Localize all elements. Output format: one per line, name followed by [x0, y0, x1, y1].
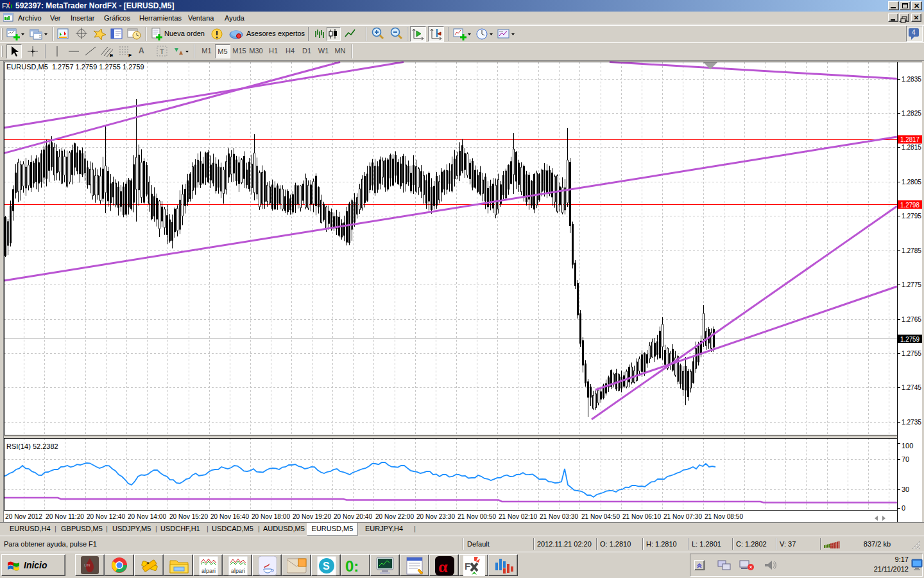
svg-text:20 Nov 12:40: 20 Nov 12:40: [87, 512, 125, 520]
svg-text:1.2795: 1.2795: [902, 212, 921, 220]
svg-text:×: ×: [146, 560, 150, 566]
svg-text:1.2805: 1.2805: [902, 178, 921, 186]
svg-text:1.2798: 1.2798: [900, 201, 920, 209]
svg-text:1.2785: 1.2785: [902, 247, 921, 254]
svg-text:20 Nov 11:20: 20 Nov 11:20: [46, 512, 84, 520]
svg-text:21 Nov 03:30: 21 Nov 03:30: [540, 512, 578, 520]
svg-text:20 Nov 18:00: 20 Nov 18:00: [252, 512, 290, 520]
svg-text:20 Nov 2012: 20 Nov 2012: [5, 512, 42, 520]
svg-text:S: S: [323, 561, 330, 572]
svg-text:21 Nov 00:50: 21 Nov 00:50: [458, 512, 496, 520]
svg-text:100: 100: [902, 442, 913, 450]
svg-text:21 Nov 07:30: 21 Nov 07:30: [663, 512, 702, 520]
svg-text:20 Nov 14:00: 20 Nov 14:00: [128, 512, 166, 520]
svg-text:1.2815: 1.2815: [902, 143, 921, 151]
svg-text:21 Nov 02:10: 21 Nov 02:10: [499, 512, 537, 520]
svg-text:F: F: [465, 561, 470, 572]
svg-text:1.2735: 1.2735: [902, 418, 921, 426]
svg-text:1.2745: 1.2745: [902, 383, 921, 391]
svg-text:20 Nov 15:20: 20 Nov 15:20: [169, 512, 208, 520]
svg-text:α: α: [438, 557, 448, 575]
svg-text:E: E: [110, 53, 114, 58]
svg-text:4: 4: [912, 29, 916, 36]
svg-text:1.2835: 1.2835: [902, 75, 921, 83]
svg-text:0: 0: [902, 504, 905, 512]
svg-text:1.2775: 1.2775: [902, 281, 921, 288]
svg-text:1.2817: 1.2817: [900, 136, 920, 143]
svg-text:LIN: LIN: [84, 563, 90, 567]
svg-text:20 Nov 19:20: 20 Nov 19:20: [293, 512, 331, 520]
svg-text:21 Nov 04:50: 21 Nov 04:50: [581, 512, 620, 520]
svg-text:alpari: alpari: [201, 568, 216, 574]
svg-text:1.2759: 1.2759: [900, 335, 920, 343]
svg-text:70: 70: [902, 455, 909, 463]
svg-text:RSI(14) 52.2382: RSI(14) 52.2382: [6, 442, 58, 450]
svg-text:20 Nov 23:30: 20 Nov 23:30: [416, 512, 455, 520]
svg-text:T: T: [160, 48, 164, 55]
svg-text:20 Nov 20:40: 20 Nov 20:40: [334, 512, 372, 520]
svg-text:EURUSD,M5 1.2757 1.2759 1.275: EURUSD,M5 1.2757 1.2759 1.2755 1.2759: [6, 63, 144, 71]
svg-text:21 Nov 06:10: 21 Nov 06:10: [622, 512, 661, 520]
svg-text:20 Nov 22:00: 20 Nov 22:00: [375, 512, 414, 520]
svg-text:alpari: alpari: [231, 568, 245, 574]
svg-text:1.2765: 1.2765: [902, 315, 921, 323]
svg-text:1.2825: 1.2825: [902, 109, 921, 117]
svg-text:1.2755: 1.2755: [902, 349, 921, 357]
svg-text:F: F: [128, 53, 132, 58]
svg-text:0:: 0:: [345, 557, 359, 575]
svg-text:20 Nov 16:40: 20 Nov 16:40: [210, 512, 249, 520]
svg-text:21 Nov 08:50: 21 Nov 08:50: [705, 512, 743, 520]
svg-text:30: 30: [902, 486, 909, 493]
